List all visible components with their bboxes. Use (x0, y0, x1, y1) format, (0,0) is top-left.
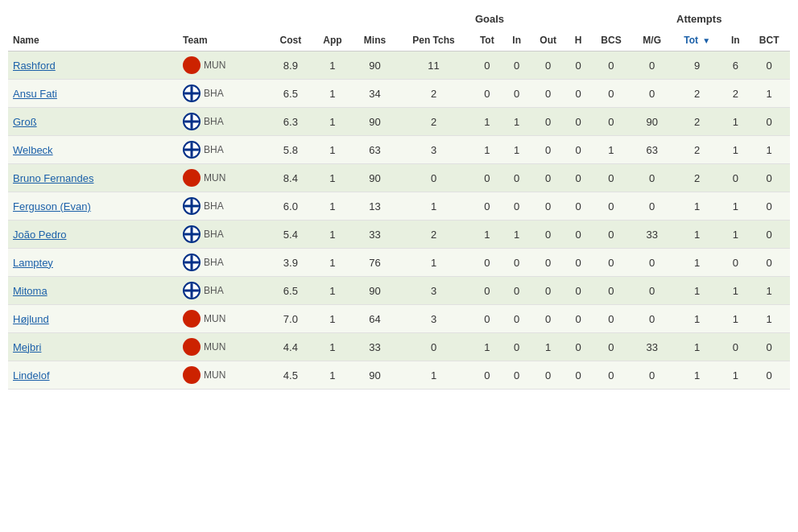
player-name-link[interactable]: João Pedro (13, 229, 67, 241)
team-logo-icon (183, 310, 201, 328)
table-row: LampteyBHA3.91761000000100 (8, 249, 790, 277)
col-attempts-tot[interactable]: Tot ▼ (672, 30, 722, 52)
col-mins: Mins (353, 30, 397, 52)
col-goals-tot: Tot (470, 30, 504, 52)
cell-attempts-bct: 0 (748, 249, 790, 277)
table-row: WelbeckBHA5.816331100163211 (8, 136, 790, 164)
cell-goals-bcs: 0 (590, 192, 633, 221)
team-logo-icon (183, 254, 201, 271)
cell-mins: 90 (353, 108, 397, 136)
cell-goals-in: 0 (504, 52, 530, 80)
cell-goals-tot: 0 (470, 80, 504, 108)
cell-attempts-bct: 1 (748, 277, 790, 305)
team-abbr: BHA (204, 285, 224, 296)
cell-attempts-in: 1 (722, 305, 748, 333)
cell-attempts-in: 1 (722, 221, 748, 249)
team-logo-icon (183, 282, 201, 299)
cell-goals-out: 0 (530, 80, 567, 108)
cell-goals-tot: 1 (470, 108, 504, 136)
cell-attempts-tot: 1 (672, 221, 722, 249)
player-name-link[interactable]: Mejbri (13, 341, 41, 353)
team-logo-icon (183, 366, 201, 384)
group-header-row: Goals Attempts (8, 8, 790, 30)
team-cell: MUN (178, 52, 269, 80)
player-name-link[interactable]: Lindelof (13, 369, 50, 381)
cell-attempts-in: 2 (722, 80, 748, 108)
cell-attempts-bct: 0 (748, 333, 790, 361)
team-logo-icon (183, 85, 201, 102)
team-cell: MUN (178, 333, 269, 361)
team-cell: BHA (178, 221, 269, 249)
col-team: Team (178, 30, 269, 52)
cell-goals-out: 0 (530, 108, 567, 136)
cell-attempts-bct: 0 (748, 108, 790, 136)
team-abbr: MUN (204, 313, 225, 324)
col-attempts-in: In (722, 30, 748, 52)
cell-cost: 6.5 (269, 80, 312, 108)
cell-attempts-in: 1 (722, 361, 748, 390)
cell-attempts-bct: 1 (748, 305, 790, 333)
cell-pen-tchs: 1 (397, 249, 470, 277)
team-cell: BHA (178, 80, 269, 108)
cell-goals-in: 0 (504, 249, 530, 277)
player-name-link[interactable]: Groß (13, 116, 37, 128)
player-name-link[interactable]: Lamptey (13, 257, 53, 269)
cell-attempts-tot: 1 (672, 333, 722, 361)
team-abbr: MUN (204, 60, 225, 71)
cell-attempts-in: 1 (722, 192, 748, 221)
cell-pen-tchs: 2 (397, 80, 470, 108)
col-goals-bcs: BCS (590, 30, 633, 52)
table-row: Ferguson (Evan)BHA6.01131000000110 (8, 192, 790, 221)
cell-cost: 8.4 (269, 164, 312, 192)
cell-app: 1 (312, 249, 353, 277)
table-row: LindelofMUN4.51901000000110 (8, 361, 790, 390)
cell-goals-mg: 0 (632, 80, 672, 108)
cell-goals-out: 0 (530, 164, 567, 192)
player-name-link[interactable]: Bruno Fernandes (13, 172, 93, 184)
player-name-link[interactable]: Rashford (13, 60, 56, 72)
column-header-row: Name Team Cost App Mins Pen Tchs Tot In … (8, 30, 790, 52)
cell-goals-bcs: 1 (590, 136, 633, 164)
cell-goals-h: 0 (567, 164, 590, 192)
cell-goals-bcs: 0 (590, 333, 633, 361)
cell-goals-tot: 0 (470, 361, 504, 390)
cell-goals-h: 0 (567, 361, 590, 390)
cell-app: 1 (312, 192, 353, 221)
cell-goals-bcs: 0 (590, 108, 633, 136)
player-name-link[interactable]: Højlund (13, 313, 49, 325)
cell-cost: 7.0 (269, 305, 312, 333)
cell-attempts-bct: 1 (748, 80, 790, 108)
cell-mins: 34 (353, 80, 397, 108)
cell-app: 1 (312, 136, 353, 164)
team-cell: BHA (178, 277, 269, 305)
team-abbr: MUN (204, 172, 225, 184)
player-name-link[interactable]: Mitoma (13, 285, 48, 297)
player-name-link[interactable]: Welbeck (13, 144, 53, 156)
team-abbr: BHA (204, 88, 224, 99)
team-abbr: BHA (204, 229, 224, 240)
team-abbr: BHA (204, 257, 224, 268)
cell-goals-mg: 0 (632, 361, 672, 390)
cell-goals-bcs: 0 (590, 277, 633, 305)
cell-mins: 33 (353, 221, 397, 249)
player-name-link[interactable]: Ferguson (Evan) (13, 200, 91, 212)
cell-attempts-in: 1 (722, 108, 748, 136)
cell-attempts-in: 1 (722, 136, 748, 164)
cell-pen-tchs: 2 (397, 108, 470, 136)
team-cell: BHA (178, 136, 269, 164)
cell-goals-h: 0 (567, 277, 590, 305)
cell-cost: 6.3 (269, 108, 312, 136)
cell-cost: 5.8 (269, 136, 312, 164)
cell-attempts-tot: 1 (672, 305, 722, 333)
cell-goals-out: 1 (530, 333, 567, 361)
team-cell: BHA (178, 192, 269, 221)
team-abbr: BHA (204, 144, 224, 155)
table-row: Bruno FernandesMUN8.41900000000200 (8, 164, 790, 192)
team-logo-icon (183, 225, 201, 243)
cell-pen-tchs: 3 (397, 277, 470, 305)
cell-goals-mg: 0 (632, 249, 672, 277)
cell-goals-tot: 0 (470, 249, 504, 277)
player-name-link[interactable]: Ansu Fati (13, 88, 57, 100)
cell-attempts-in: 0 (722, 249, 748, 277)
cell-attempts-tot: 2 (672, 108, 722, 136)
